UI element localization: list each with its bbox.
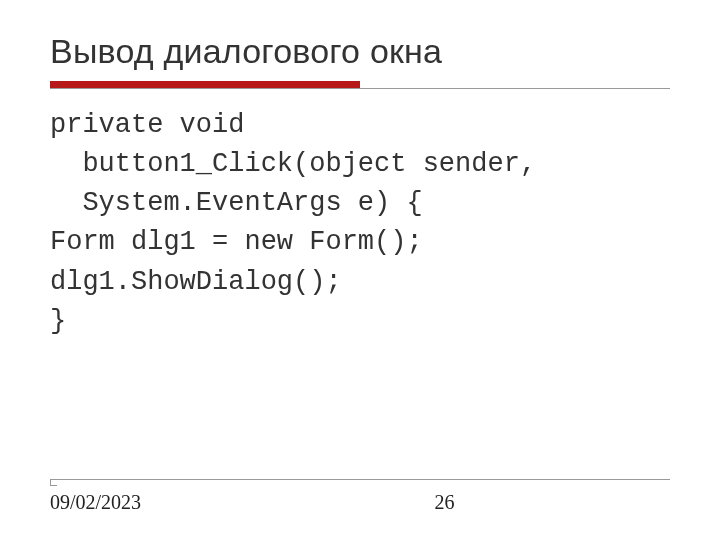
footer-corner-tick	[50, 479, 57, 486]
code-line: private void	[50, 110, 244, 140]
code-block: private void button1_Click(object sender…	[50, 106, 670, 341]
title-divider	[50, 81, 670, 88]
code-line: }	[50, 306, 66, 336]
footer-date: 09/02/2023	[50, 491, 141, 514]
footer-page-number: 26	[434, 491, 454, 514]
code-line: dlg1.ShowDialog();	[50, 267, 342, 297]
code-line: Form dlg1 = new Form();	[50, 227, 423, 257]
accent-bar	[50, 81, 360, 88]
footer-rule	[50, 479, 670, 480]
slide-title: Вывод диалогового окна	[50, 32, 670, 71]
code-line: System.EventArgs e) {	[50, 188, 423, 218]
slide-container: Вывод диалогового окна private void butt…	[0, 0, 720, 540]
slide-footer: 09/02/2023 26	[50, 491, 670, 514]
code-line: button1_Click(object sender,	[50, 149, 536, 179]
thin-rule	[50, 88, 670, 89]
